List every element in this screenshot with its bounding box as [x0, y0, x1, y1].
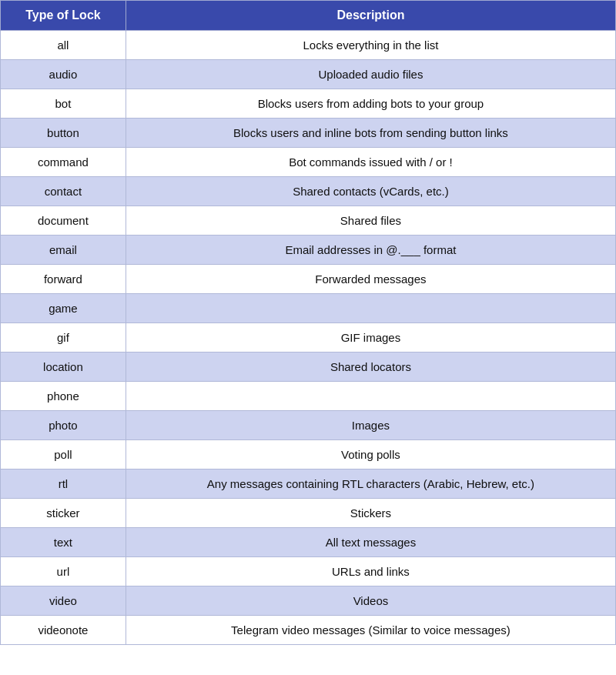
description-cell: Voting polls — [126, 440, 615, 469]
description-cell: Any messages containing RTL characters (… — [126, 469, 615, 499]
table-row: locationShared locators — [1, 353, 616, 382]
lock-type-cell: sticker — [1, 499, 126, 528]
table-row: commandBot commands issued with / or ! — [1, 148, 616, 177]
lock-type-cell: audio — [1, 60, 126, 89]
table-row: stickerStickers — [1, 499, 616, 528]
table-row: forwardForwarded messages — [1, 265, 616, 294]
table-row: documentShared files — [1, 206, 616, 236]
description-cell: Shared files — [126, 206, 615, 236]
table-row: game — [1, 294, 616, 323]
description-cell: Email addresses in @.___ format — [126, 236, 615, 265]
lock-type-cell: document — [1, 206, 126, 236]
lock-type-cell: rtl — [1, 469, 126, 499]
col-header-type: Type of Lock — [1, 1, 126, 31]
lock-type-cell: url — [1, 557, 126, 586]
table-row: buttonBlocks users and inline bots from … — [1, 119, 616, 148]
description-cell: Shared locators — [126, 353, 615, 382]
description-cell: Bot commands issued with / or ! — [126, 148, 615, 177]
description-cell: Blocks users from adding bots to your gr… — [126, 89, 615, 119]
table-row: rtlAny messages containing RTL character… — [1, 469, 616, 499]
table-row: textAll text messages — [1, 528, 616, 557]
lock-type-cell: command — [1, 148, 126, 177]
table-row: pollVoting polls — [1, 440, 616, 469]
table-row: gifGIF images — [1, 323, 616, 353]
description-cell — [126, 294, 615, 323]
lock-type-cell: gif — [1, 323, 126, 353]
table-header-row: Type of Lock Description — [1, 1, 616, 31]
description-cell: Locks everything in the list — [126, 31, 615, 60]
table-row: videonoteTelegram video messages (Simila… — [1, 616, 616, 645]
description-cell: Uploaded audio files — [126, 60, 615, 89]
description-cell: Stickers — [126, 499, 615, 528]
description-cell: Shared contacts (vCards, etc.) — [126, 177, 615, 206]
table-row: videoVideos — [1, 586, 616, 616]
table-row: audioUploaded audio files — [1, 60, 616, 89]
lock-type-cell: phone — [1, 382, 126, 411]
lock-type-cell: forward — [1, 265, 126, 294]
col-header-description: Description — [126, 1, 615, 31]
lock-type-cell: photo — [1, 411, 126, 440]
description-cell: GIF images — [126, 323, 615, 353]
lock-type-cell: location — [1, 353, 126, 382]
table-row: emailEmail addresses in @.___ format — [1, 236, 616, 265]
description-cell: Telegram video messages (Similar to voic… — [126, 616, 615, 645]
lock-type-cell: button — [1, 119, 126, 148]
lock-type-cell: text — [1, 528, 126, 557]
lock-type-cell: bot — [1, 89, 126, 119]
description-cell: All text messages — [126, 528, 615, 557]
lock-type-cell: video — [1, 586, 126, 616]
description-cell: Images — [126, 411, 615, 440]
description-cell — [126, 382, 615, 411]
lock-type-cell: all — [1, 31, 126, 60]
lock-types-table: Type of Lock Description allLocks everyt… — [0, 0, 616, 645]
table-row: photoImages — [1, 411, 616, 440]
description-cell: Videos — [126, 586, 615, 616]
table-row: urlURLs and links — [1, 557, 616, 586]
lock-type-cell: game — [1, 294, 126, 323]
description-cell: URLs and links — [126, 557, 615, 586]
lock-type-cell: email — [1, 236, 126, 265]
table-row: phone — [1, 382, 616, 411]
lock-type-cell: contact — [1, 177, 126, 206]
table-row: contactShared contacts (vCards, etc.) — [1, 177, 616, 206]
table-row: allLocks everything in the list — [1, 31, 616, 60]
table-row: botBlocks users from adding bots to your… — [1, 89, 616, 119]
description-cell: Blocks users and inline bots from sendin… — [126, 119, 615, 148]
description-cell: Forwarded messages — [126, 265, 615, 294]
lock-type-cell: poll — [1, 440, 126, 469]
lock-type-cell: videonote — [1, 616, 126, 645]
